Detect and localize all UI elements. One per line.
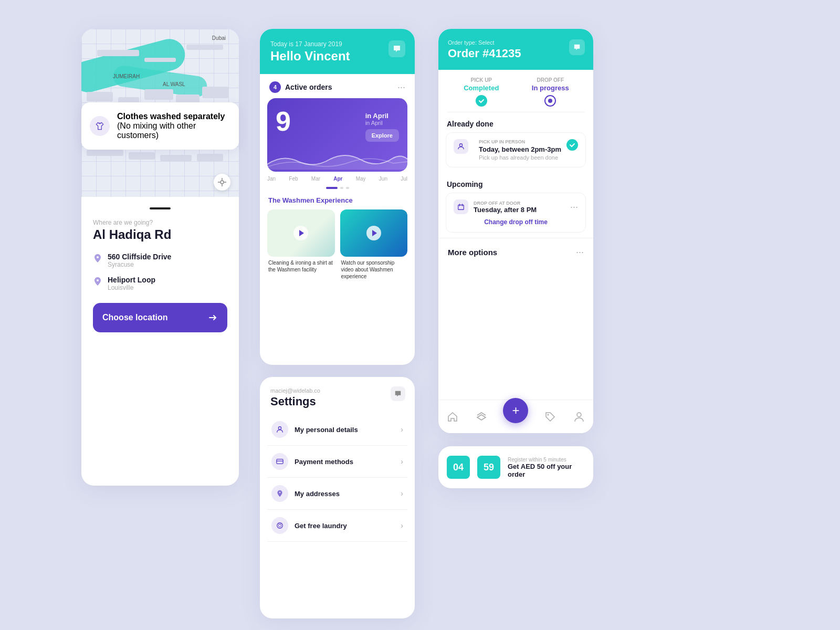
orders-info: in April in April Explore xyxy=(365,110,399,142)
svg-point-3 xyxy=(220,181,224,184)
settings-chat-icon[interactable] xyxy=(391,386,405,401)
clothes-text: Clothes washed separately (No mixing wit… xyxy=(117,112,230,140)
dubai-label: Dubai xyxy=(212,35,226,41)
chevron-right-icon-3: › xyxy=(401,489,403,498)
chat-icon-button[interactable] xyxy=(388,40,405,57)
explore-button[interactable]: Explore xyxy=(365,129,399,142)
play-button-1[interactable] xyxy=(293,226,308,240)
orders-card: 9 in April in April Explore xyxy=(267,98,407,172)
location-pin-icon-1 xyxy=(93,254,102,263)
already-done-label: Already done xyxy=(438,112,593,132)
dropoff-item-card: DROP OFF AT DOOR Tuesday, after 8 PM ···… xyxy=(446,193,586,233)
map-card: Dubai JUMEIRAH AL WASL BUSINESS BAY AL S… xyxy=(81,29,239,486)
pickup-item-top: PICK UP IN PERSON Today, between 2pm-3pm… xyxy=(454,139,578,161)
pagination-dots xyxy=(260,187,415,189)
laundry-icon xyxy=(271,517,288,534)
dropoff-dots-menu[interactable]: ··· xyxy=(570,202,578,213)
fab-add-button[interactable]: + xyxy=(503,398,528,423)
video-thumb-2[interactable] xyxy=(340,209,408,257)
nav-user-icon[interactable] xyxy=(572,410,586,424)
clothes-banner: Clothes washed separately (No mixing wit… xyxy=(81,102,239,150)
order-card: Order type: Select Order #41235 PICK UP … xyxy=(438,29,593,433)
order-header: Order type: Select Order #41235 xyxy=(438,29,593,70)
bottom-nav: + xyxy=(438,400,593,433)
settings-title: Settings xyxy=(270,395,404,408)
months-row: Jan Feb Mar Apr May Jun Jul xyxy=(260,172,415,182)
going-label: Where are we going? xyxy=(93,219,227,226)
video-caption-2: Watch our sponsorship video about Washme… xyxy=(340,257,408,282)
order-chat-icon[interactable] xyxy=(569,39,585,55)
dot-active xyxy=(326,187,338,189)
month-feb: Feb xyxy=(289,176,298,182)
month-may: May xyxy=(356,176,366,182)
dot-2 xyxy=(346,187,349,189)
order-check-icon xyxy=(566,139,578,151)
settings-list: My personal details › Payment methods › … xyxy=(260,414,415,542)
address-item-1: 560 Cliffside Drive Syracuse xyxy=(93,253,227,268)
settings-email: maciej@widelab.co xyxy=(270,387,404,394)
pickup-status: Completed xyxy=(447,84,516,92)
more-options-label: More options xyxy=(448,248,497,257)
alwasl-label: AL WASL xyxy=(163,81,185,87)
nav-home-icon[interactable] xyxy=(446,410,459,424)
hello-date: Today is 17 January 2019 xyxy=(270,40,404,48)
active-orders-header: 4 Active orders ··· xyxy=(260,74,415,98)
month-jan: Jan xyxy=(267,176,276,182)
settings-header: maciej@widelab.co Settings xyxy=(260,377,415,414)
settings-item-payment[interactable]: Payment methods › xyxy=(267,446,407,478)
svg-point-11 xyxy=(277,523,283,529)
settings-item-addresses[interactable]: My addresses › xyxy=(267,478,407,510)
orders-count-badge: 4 xyxy=(269,81,281,93)
settings-item-laundry[interactable]: Get free laundry › xyxy=(267,510,407,542)
settings-card: maciej@widelab.co Settings My personal d… xyxy=(260,377,415,618)
more-options-row: More options ··· xyxy=(438,238,593,266)
timer-seconds: 59 xyxy=(477,456,500,479)
orders-number: 9 xyxy=(276,108,291,135)
order-number: Order #41235 xyxy=(448,47,584,60)
crosshair-icon[interactable] xyxy=(214,174,230,191)
pickup-dropoff-row: PICK UP Completed DROP OFF In progress xyxy=(447,70,585,112)
hello-card: Today is 17 January 2019 Hello Vincent 4… xyxy=(260,29,415,365)
promo-card: 04 59 Register within 5 minutes Get AED … xyxy=(438,446,593,488)
video-caption-1: Cleaning & ironing a shirt at the Washme… xyxy=(267,257,335,276)
nav-layers-icon[interactable] xyxy=(475,410,488,424)
dropoff-item-icon xyxy=(454,200,468,214)
washmen-label: The Washmen Experience xyxy=(260,196,415,204)
order-type-label: Order type: Select xyxy=(448,39,584,46)
street-name: Al Hadiqa Rd xyxy=(93,227,227,242)
settings-item-personal[interactable]: My personal details › xyxy=(267,414,407,446)
address-list: 560 Cliffside Drive Syracuse Heliport Lo… xyxy=(93,253,227,291)
dropoff-col: DROP OFF In progress xyxy=(516,77,585,107)
hello-greeting: Hello Vincent xyxy=(270,49,404,64)
more-options-dots[interactable]: ··· xyxy=(576,247,584,258)
chevron-right-icon-4: › xyxy=(401,521,403,530)
promo-text: Register within 5 minutes Get AED 50 off… xyxy=(508,457,585,478)
clothes-icon xyxy=(90,116,110,136)
month-apr: Apr xyxy=(333,176,342,182)
upcoming-label: Upcoming xyxy=(438,173,593,193)
dropoff-status: In progress xyxy=(516,84,585,92)
pickup-item-card: PICK UP IN PERSON Today, between 2pm-3pm… xyxy=(446,132,586,167)
video-card-1: Cleaning & ironing a shirt at the Washme… xyxy=(267,209,335,282)
svg-rect-14 xyxy=(458,205,464,210)
pickup-item-icon xyxy=(454,139,468,154)
choose-location-button[interactable]: Choose location xyxy=(93,303,227,332)
svg-point-15 xyxy=(548,414,549,415)
chevron-right-icon-1: › xyxy=(401,425,403,434)
timer-minutes: 04 xyxy=(447,456,470,479)
pickup-check-icon xyxy=(476,95,487,107)
svg-point-8 xyxy=(278,427,281,429)
video-thumb-1[interactable] xyxy=(267,209,335,257)
chevron-right-icon-2: › xyxy=(401,457,403,466)
month-mar: Mar xyxy=(311,176,320,182)
hello-header: Today is 17 January 2019 Hello Vincent xyxy=(260,29,415,74)
location-pin-icon-2 xyxy=(93,277,102,286)
change-dropoff-time-link[interactable]: Change drop off time xyxy=(454,218,578,226)
nav-tag-icon[interactable] xyxy=(543,410,557,424)
orders-menu-dots[interactable]: ··· xyxy=(397,82,405,93)
play-button-2[interactable] xyxy=(366,226,381,240)
video-card-2: Watch our sponsorship video about Washme… xyxy=(340,209,408,282)
svg-rect-9 xyxy=(277,459,283,464)
video-row: Cleaning & ironing a shirt at the Washme… xyxy=(260,209,415,282)
month-jul: Jul xyxy=(401,176,407,182)
